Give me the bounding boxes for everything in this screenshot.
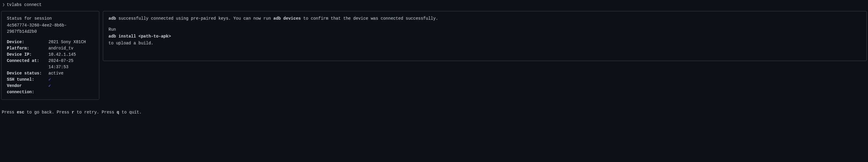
status-label: SSH tunnel: bbox=[7, 77, 49, 83]
status-row: Device status:active bbox=[7, 70, 94, 77]
check-icon: ✓ bbox=[49, 83, 51, 95]
status-panel: Status for session 4c567774-3260-4ee2-8b… bbox=[1, 11, 99, 100]
footer-text-1: Press bbox=[2, 110, 17, 115]
msg-text-2: to confirm that the device was connected… bbox=[301, 16, 438, 21]
status-label: Device status: bbox=[7, 70, 49, 77]
footer-hints: Press esc to go back. Press r to retry. … bbox=[1, 109, 867, 115]
session-id: 4c567774-3260-4ee2-8b6b-2967fb14d2b0 bbox=[7, 22, 94, 35]
adb-bold-1: adb bbox=[108, 16, 116, 21]
footer-text-3: to retry. Press bbox=[74, 110, 117, 115]
status-value: 2024-07-25 14:37:53 bbox=[49, 58, 94, 70]
status-row: Platform:android_tv bbox=[7, 45, 94, 52]
q-key: q bbox=[117, 110, 119, 115]
status-label: Vendor connection: bbox=[7, 83, 49, 95]
message-line-1: adb successfully connected using pre-pai… bbox=[108, 16, 861, 22]
adb-devices-bold: adb devices bbox=[274, 16, 301, 21]
status-value: 10.42.1.145 bbox=[49, 52, 76, 58]
msg-text-1: successfully connected using pre-paired … bbox=[116, 16, 273, 21]
status-value: android_tv bbox=[49, 45, 73, 52]
panels-container: Status for session 4c567774-3260-4ee2-8b… bbox=[1, 11, 867, 100]
message-line-2: Run bbox=[108, 27, 861, 33]
command-prompt: ❯tvlabs connect bbox=[1, 2, 867, 8]
check-icon: ✓ bbox=[49, 77, 51, 83]
message-panel: adb successfully connected using pre-pai… bbox=[103, 11, 867, 61]
status-row: Connected at:2024-07-25 14:37:53 bbox=[7, 58, 94, 70]
status-title: Status for session bbox=[7, 16, 94, 22]
prompt-symbol: ❯ bbox=[2, 2, 5, 7]
status-row: Device:2021 Sony X81CH bbox=[7, 39, 94, 45]
footer-text-4: to quit. bbox=[119, 110, 142, 115]
status-value: active bbox=[49, 70, 63, 77]
status-row: Vendor connection:✓ bbox=[7, 83, 94, 95]
status-label: Device IP: bbox=[7, 52, 49, 58]
footer-text-2: to go back. Press bbox=[24, 110, 72, 115]
status-label: Device: bbox=[7, 39, 49, 45]
command-text: tvlabs connect bbox=[6, 2, 42, 7]
status-value: 2021 Sony X81CH bbox=[49, 39, 86, 45]
status-row: Device IP:10.42.1.145 bbox=[7, 52, 94, 58]
status-label: Platform: bbox=[7, 45, 49, 52]
message-line-4: to upload a build. bbox=[108, 40, 861, 47]
esc-key: esc bbox=[17, 110, 24, 115]
message-line-3: adb install <path-to-apk> bbox=[108, 33, 861, 39]
r-key: r bbox=[72, 110, 74, 115]
status-row: SSH tunnel:✓ bbox=[7, 77, 94, 83]
status-label: Connected at: bbox=[7, 58, 49, 70]
